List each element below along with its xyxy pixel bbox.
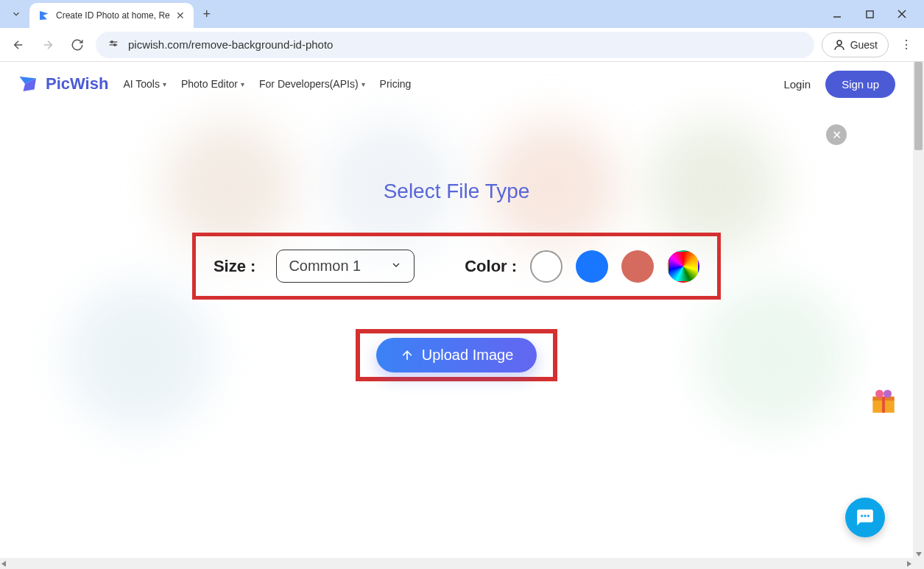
gift-icon[interactable] [867, 386, 900, 418]
color-label: Color : [465, 257, 517, 276]
maximize-button[interactable] [859, 4, 880, 24]
svg-rect-14 [882, 397, 885, 413]
browser-menu-button[interactable]: ⋮ [896, 35, 917, 55]
chat-icon [856, 508, 875, 527]
size-value: Common 1 [289, 258, 361, 275]
color-swatch-rainbow[interactable] [667, 250, 699, 283]
svg-point-9 [114, 43, 116, 46]
nav-pricing-label: Pricing [380, 78, 412, 90]
nav-developers[interactable]: For Developers(APIs)▾ [259, 78, 365, 90]
svg-point-18 [864, 515, 866, 517]
svg-point-15 [875, 390, 884, 398]
guest-label: Guest [850, 39, 878, 51]
scrollbar-corner [913, 558, 924, 569]
tab-title: Create ID Photo at home, Re [56, 10, 170, 21]
chat-support-button[interactable] [845, 498, 885, 537]
address-bar[interactable]: picwish.com/remove-background-id-photo [96, 32, 814, 58]
svg-point-17 [861, 515, 863, 517]
login-link[interactable]: Login [783, 78, 811, 91]
close-icon[interactable]: ✕ [176, 10, 185, 21]
upload-button-highlighted: Upload Image [356, 329, 558, 381]
color-swatch-blue[interactable] [576, 250, 608, 283]
svg-point-10 [837, 40, 842, 45]
chevron-down-icon [390, 259, 402, 273]
nav-ai-tools-label: AI Tools [123, 78, 160, 90]
close-window-button[interactable] [892, 4, 912, 24]
forward-button[interactable] [37, 34, 59, 56]
scrollbar-thumb[interactable] [914, 62, 923, 150]
url-text: picwish.com/remove-background-id-photo [128, 38, 333, 51]
chevron-down-icon: ▾ [362, 80, 365, 88]
settings-row-highlighted: Size : Common 1 Color : [192, 233, 721, 300]
person-icon [833, 38, 846, 52]
color-swatch-red[interactable] [621, 250, 654, 283]
browser-toolbar: picwish.com/remove-background-id-photo G… [0, 28, 924, 62]
nav-photo-editor[interactable]: Photo Editor▾ [181, 78, 244, 90]
nav-ai-tools[interactable]: AI Tools▾ [123, 78, 166, 90]
upload-icon [400, 348, 415, 363]
file-type-modal: ✕ Select File Type Size : Common 1 Color… [0, 121, 913, 558]
browser-titlebar: Create ID Photo at home, Re ✕ + [0, 0, 924, 28]
chevron-down-icon: ▾ [241, 80, 244, 88]
reload-button[interactable] [66, 34, 88, 56]
upload-label: Upload Image [422, 347, 514, 364]
chevron-down-icon: ▾ [163, 80, 166, 88]
svg-point-19 [867, 515, 870, 517]
svg-rect-1 [866, 10, 872, 17]
upload-image-button[interactable]: Upload Image [376, 338, 537, 372]
signup-button[interactable]: Sign up [825, 71, 895, 98]
modal-close-button[interactable]: ✕ [826, 124, 847, 145]
tabs-dropdown[interactable] [6, 4, 27, 24]
new-tab-button[interactable]: + [197, 4, 217, 24]
tab-favicon-icon [38, 10, 50, 21]
vertical-scrollbar[interactable] [913, 62, 924, 558]
guest-profile-button[interactable]: Guest [822, 32, 889, 57]
svg-point-8 [111, 40, 113, 43]
modal-title: Select File Type [384, 180, 530, 203]
color-swatch-white[interactable] [530, 250, 562, 283]
nav-photo-editor-label: Photo Editor [181, 78, 238, 90]
horizontal-scrollbar[interactable] [0, 558, 913, 569]
logo-text: PicWish [46, 74, 108, 93]
nav-developers-label: For Developers(APIs) [259, 78, 359, 90]
size-dropdown[interactable]: Common 1 [276, 250, 415, 283]
picwish-logo-icon [18, 73, 40, 95]
back-button[interactable] [7, 34, 29, 56]
minimize-button[interactable] [827, 4, 847, 24]
site-header: PicWish AI Tools▾ Photo Editor▾ For Deve… [0, 62, 913, 106]
size-label: Size : [214, 257, 255, 276]
browser-tab[interactable]: Create ID Photo at home, Re ✕ [29, 3, 194, 28]
color-options: Color : [465, 250, 699, 283]
logo[interactable]: PicWish [18, 73, 108, 95]
nav-pricing[interactable]: Pricing [380, 78, 412, 90]
site-controls-icon[interactable] [106, 38, 121, 52]
svg-point-16 [884, 390, 892, 398]
page-content: PicWish AI Tools▾ Photo Editor▾ For Deve… [0, 62, 913, 558]
